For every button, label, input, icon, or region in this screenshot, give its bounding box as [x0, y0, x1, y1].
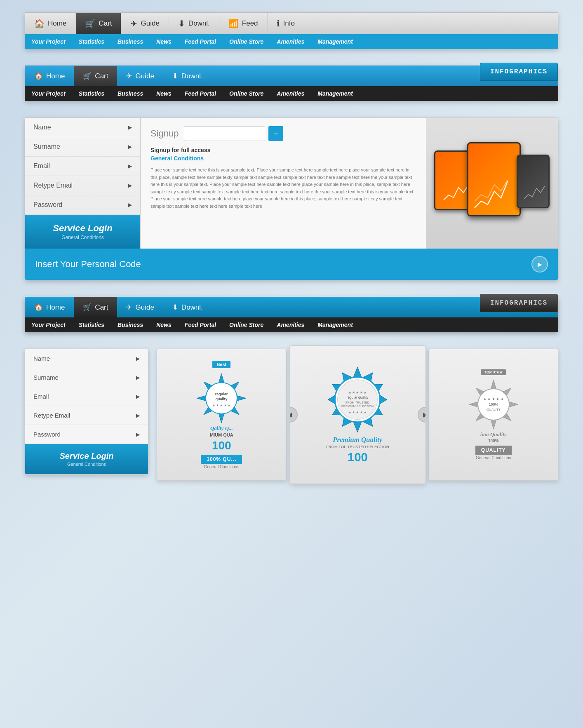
play-icon: ▶ — [538, 261, 542, 268]
subnav2-management[interactable]: Management — [311, 86, 360, 101]
nav-cart[interactable]: 🛒 Cart — [76, 13, 121, 34]
badge-svg-2: ★ ★ ★ ★ ★ regular quality FROM TRUSTED P… — [323, 365, 392, 434]
svg-text:QUALITY: QUALITY — [487, 408, 501, 411]
play-button[interactable]: ▶ — [531, 256, 548, 272]
phone-right-screen — [518, 156, 548, 207]
nav-feed[interactable]: 📶 Feed — [219, 13, 268, 34]
subnav2-amenities[interactable]: Amenities — [270, 86, 311, 101]
field-retype-arrow: ▶ — [128, 183, 132, 188]
nav2-download[interactable]: ⬇ Downl. — [163, 66, 212, 86]
nav2-guide[interactable]: ✈ Guide — [117, 66, 163, 86]
subnav2-business[interactable]: Business — [111, 86, 150, 101]
subnav3-amenities[interactable]: Amenities — [270, 317, 311, 332]
subnav2-statistics[interactable]: Statistics — [72, 86, 111, 101]
svg-text:★ ★ ★ ★ ★: ★ ★ ★ ★ ★ — [483, 397, 504, 401]
svg-text:★ ★ ★ ★ ★: ★ ★ ★ ★ ★ — [212, 404, 230, 407]
signup-conditions-link[interactable]: General Conditions — [150, 155, 416, 162]
sub-nav-2: Your Project Statistics Business News Fe… — [25, 86, 558, 101]
sub-nav-3: Your Project Statistics Business News Fe… — [25, 317, 558, 332]
subnav3-news[interactable]: News — [150, 317, 178, 332]
field-email-label: Email — [33, 162, 50, 170]
nav2-cart-label: Cart — [95, 72, 108, 80]
field-email[interactable]: Email ▶ — [25, 157, 140, 176]
subnav-amenities[interactable]: Amenities — [270, 34, 311, 49]
signup-body-text: Place your sample text here this is your… — [150, 167, 416, 210]
small-service-login-btn[interactable]: Service Login General Conditions — [25, 444, 148, 474]
badge-svg-3: ★ ★ ★ ★ ★ 100% QUALITY — [467, 378, 520, 431]
badges-area: Best regular quality ★ ★ ★ ★ ★ Qality Q.… — [157, 349, 558, 481]
svg-text:★ ★ ★ ★ ★: ★ ★ ★ ★ ★ — [348, 410, 367, 414]
subnav3-feedportal[interactable]: Feed Portal — [178, 317, 223, 332]
sfield-retype-arrow: ▶ — [136, 413, 140, 418]
subnav2-onlinestore[interactable]: Online Store — [223, 86, 270, 101]
nav3-cart-label: Cart — [95, 303, 108, 312]
badge-top-3: TOP ★★★ — [481, 369, 506, 375]
cart-icon-2: 🛒 — [83, 72, 92, 80]
nav3-guide[interactable]: ✈ Guide — [117, 297, 163, 317]
subnav3-yourproject[interactable]: Your Project — [25, 317, 72, 332]
download-icon-2: ⬇ — [172, 72, 178, 80]
sfield-surname-label: Surname — [33, 374, 59, 381]
top-nav-2: 🏠 Home 🛒 Cart ✈ Guide ⬇ Downl. INFOGRAPH… — [25, 66, 558, 86]
insert-code-bar: Insert Your Personal Code ▶ — [25, 249, 558, 280]
subnav3-statistics[interactable]: Statistics — [72, 317, 111, 332]
badge-card-2: ★ ★ ★ ★ ★ regular quality FROM TRUSTED P… — [289, 345, 425, 484]
subnav3-onlinestore[interactable]: Online Store — [223, 317, 270, 332]
sfield-email[interactable]: Email ▶ — [25, 387, 148, 406]
subnav-yourproject[interactable]: Your Project — [25, 34, 72, 49]
service-login-text: Service Login — [33, 223, 132, 234]
subnav-statistics[interactable]: Statistics — [72, 34, 111, 49]
nav3-cart[interactable]: 🛒 Cart — [74, 297, 117, 317]
subnav2-news[interactable]: News — [150, 86, 178, 101]
nav-cart-label: Cart — [99, 19, 112, 28]
nav-info[interactable]: ℹ Info — [268, 13, 304, 34]
signup-go-button[interactable]: → — [268, 126, 283, 141]
sfield-password-arrow: ▶ — [136, 432, 140, 437]
nav-download[interactable]: ⬇ Downl. — [169, 13, 219, 34]
nav-info-label: Info — [283, 19, 295, 28]
badge-card-1: Best regular quality ★ ★ ★ ★ ★ Qality Q.… — [157, 349, 287, 481]
tablet-center-screen — [468, 143, 520, 215]
subnav2-feedportal[interactable]: Feed Portal — [178, 86, 223, 101]
subnav-feedportal[interactable]: Feed Portal — [178, 34, 223, 49]
top-nav-1: 🏠 Home 🛒 Cart ✈ Guide ⬇ Downl. 📶 Feed ℹ … — [25, 12, 558, 34]
svg-text:★ ★ ★ ★ ★: ★ ★ ★ ★ ★ — [348, 390, 367, 395]
nav-guide[interactable]: ✈ Guide — [121, 13, 169, 34]
sfield-name[interactable]: Name ▶ — [25, 349, 148, 368]
sfield-password[interactable]: Password ▶ — [25, 425, 148, 444]
signup-devices-panel — [426, 118, 558, 249]
service-login-button[interactable]: Service Login General Conditions — [25, 215, 140, 249]
sfield-email-label: Email — [33, 393, 49, 400]
nav3-download-label: Downl. — [181, 303, 203, 312]
svg-text:FROM TRUSTED: FROM TRUSTED — [346, 401, 369, 404]
signup-form-left: Name ▶ Surname ▶ Email ▶ Retype Email ▶ … — [25, 118, 141, 249]
subnav-news[interactable]: News — [150, 34, 178, 49]
chart-svg-center — [468, 178, 514, 211]
subnav3-management[interactable]: Management — [311, 317, 360, 332]
nav-home[interactable]: 🏠 Home — [25, 13, 76, 34]
devices-display — [434, 142, 550, 225]
badge-top-label-1: Best — [212, 361, 230, 368]
nav3-home[interactable]: 🏠 Home — [25, 297, 74, 317]
field-retype-email[interactable]: Retype Email ▶ — [25, 176, 140, 195]
field-password[interactable]: Password ▶ — [25, 195, 140, 215]
nav2-home[interactable]: 🏠 Home — [25, 66, 74, 86]
sfield-surname[interactable]: Surname ▶ — [25, 368, 148, 387]
subnav3-business[interactable]: Business — [111, 317, 150, 332]
subnav-onlinestore[interactable]: Online Store — [223, 34, 270, 49]
field-name[interactable]: Name ▶ — [25, 118, 140, 137]
svg-text:regular quality: regular quality — [347, 395, 369, 399]
sfield-name-arrow: ▶ — [136, 356, 140, 362]
nav-home-label: Home — [48, 19, 66, 28]
nav3-download[interactable]: ⬇ Downl. — [163, 297, 212, 317]
nav2-cart[interactable]: 🛒 Cart — [74, 66, 117, 86]
subnav-business[interactable]: Business — [111, 34, 150, 49]
sfield-email-arrow: ▶ — [136, 394, 140, 399]
signup-input[interactable] — [184, 126, 265, 141]
subnav2-yourproject[interactable]: Your Project — [25, 86, 72, 101]
sfield-retype[interactable]: Retype Email ▶ — [25, 406, 148, 425]
small-service-conditions: General Conditions — [33, 462, 141, 467]
info-icon: ℹ — [277, 19, 280, 28]
subnav-management[interactable]: Management — [311, 34, 360, 49]
field-surname[interactable]: Surname ▶ — [25, 137, 140, 157]
